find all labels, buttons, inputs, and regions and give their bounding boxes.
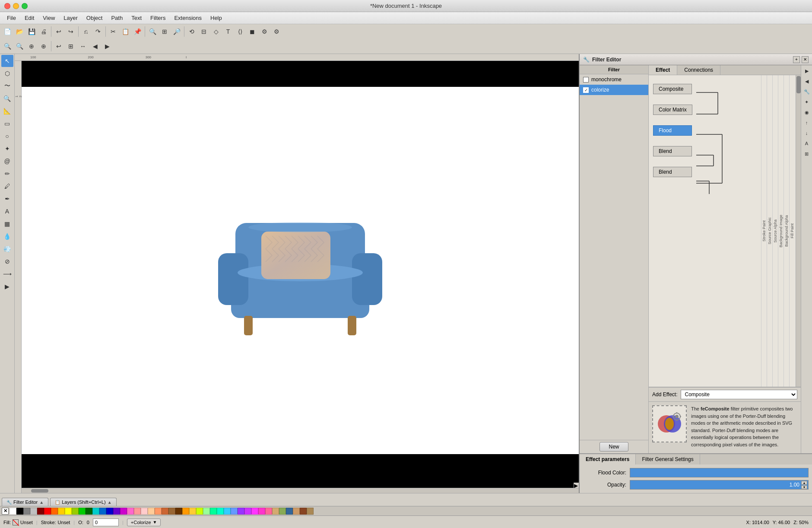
right-icon-1[interactable]: ▶: [802, 66, 812, 76]
export-btn[interactable]: ↪: [65, 26, 76, 37]
diagram-vscrollbar[interactable]: [796, 75, 801, 387]
connector-tool[interactable]: ⟶: [1, 268, 13, 280]
text-tool-btn[interactable]: T: [222, 26, 234, 37]
canvas-content[interactable]: ▶: [22, 61, 579, 493]
right-icon-letter-a[interactable]: A: [802, 139, 812, 148]
xml-btn[interactable]: ⟨⟩: [235, 26, 246, 37]
node-tool[interactable]: ⬡: [1, 67, 13, 80]
palette-darkblue[interactable]: [106, 508, 113, 515]
prefs-btn[interactable]: ⚙: [271, 26, 282, 37]
filter-checkbox-colorize[interactable]: ✓: [583, 87, 589, 93]
palette-orchid[interactable]: [244, 508, 251, 515]
print-btn[interactable]: 🖨: [38, 26, 49, 37]
filter-editor-expand-btn[interactable]: +: [793, 56, 800, 63]
opacity-spinner-down[interactable]: ▼: [801, 485, 807, 489]
param-color-bar-flood[interactable]: [630, 468, 809, 477]
minimize-button[interactable]: [13, 3, 19, 9]
opacity-spinner-up[interactable]: ▲: [801, 481, 807, 485]
palette-sienna[interactable]: [300, 508, 307, 515]
palette-pink[interactable]: [127, 508, 134, 515]
filter-checkbox-monochrome[interactable]: [583, 77, 589, 83]
eraser-tool[interactable]: ⊘: [1, 255, 13, 267]
zoom-width-btn[interactable]: ↔: [77, 41, 89, 52]
opacity-input-box[interactable]: 0: [93, 518, 119, 526]
zoom-tool[interactable]: 🔍: [1, 92, 13, 105]
tab-effect[interactable]: Effect: [649, 65, 677, 75]
palette-cyan[interactable]: [92, 508, 99, 515]
menu-view[interactable]: View: [39, 13, 58, 22]
palette-gold[interactable]: [58, 508, 65, 515]
cut-btn[interactable]: ✂: [108, 26, 119, 37]
palette-yellow-green[interactable]: [196, 508, 203, 515]
copy-btn[interactable]: 📋: [120, 26, 131, 37]
palette-green[interactable]: [79, 508, 86, 515]
palette-fuchsia[interactable]: [251, 508, 258, 515]
zoom-dbl-btn[interactable]: ⊕: [38, 41, 49, 52]
palette-brown-light[interactable]: [162, 508, 168, 515]
right-icon-2[interactable]: ◀: [802, 76, 812, 86]
fill-swatch[interactable]: [13, 519, 19, 525]
filter-item-colorize[interactable]: ✓ colorize: [580, 85, 648, 95]
star-tool[interactable]: ✦: [1, 143, 13, 155]
spiral-tool[interactable]: @: [1, 155, 13, 167]
palette-dark-brown[interactable]: [175, 508, 182, 515]
palette-brown[interactable]: [168, 508, 175, 515]
select-tool[interactable]: ↖: [1, 55, 13, 67]
canvas-corner-btn[interactable]: ▶: [574, 483, 579, 488]
palette-olive-green[interactable]: [279, 508, 286, 515]
palette-tan[interactable]: [272, 508, 279, 515]
filters-btn[interactable]: ⚙: [259, 26, 270, 37]
menu-filters[interactable]: Filters: [147, 13, 169, 22]
zoom-out-btn[interactable]: 🔎: [171, 26, 182, 37]
spray-tool[interactable]: 💨: [1, 243, 13, 255]
palette-violet[interactable]: [238, 508, 244, 515]
param-opacity-input[interactable]: 1.00 ▲ ▼: [630, 480, 809, 490]
palette-turquoise[interactable]: [217, 508, 224, 515]
palette-black[interactable]: [16, 508, 23, 515]
menu-help[interactable]: Help: [207, 13, 225, 22]
new-filter-button[interactable]: New: [599, 442, 628, 452]
palette-red[interactable]: [44, 508, 51, 515]
right-icon-arrow-up[interactable]: ↑: [802, 118, 812, 127]
zoom-page-btn[interactable]: ⊞: [65, 41, 76, 52]
effect-node-flood[interactable]: Flood: [653, 125, 692, 136]
zoom-half-btn[interactable]: ⊕: [26, 41, 37, 52]
save-btn[interactable]: 💾: [26, 26, 37, 37]
add-effect-select[interactable]: Composite Blend Flood Color Matrix Blur: [681, 390, 797, 399]
palette-purple[interactable]: [113, 508, 120, 515]
diagram-vscrollbar-thumb[interactable]: [796, 76, 801, 93]
circle-tool[interactable]: ○: [1, 130, 13, 142]
redo-btn[interactable]: ↷: [92, 26, 104, 37]
palette-blue[interactable]: [99, 508, 106, 515]
palette-yellow[interactable]: [65, 508, 72, 515]
menu-file[interactable]: File: [3, 13, 19, 22]
palette-lightpink[interactable]: [134, 508, 141, 515]
zoom-fit-btn[interactable]: ⊞: [159, 26, 170, 37]
right-icon-star[interactable]: ✦: [802, 97, 812, 107]
zoom-in-btn[interactable]: 🔍: [147, 26, 158, 37]
tab-effect-params[interactable]: Effect parameters: [580, 454, 636, 464]
tweak-tool[interactable]: 〜: [1, 80, 13, 92]
measure-tool[interactable]: 📐: [1, 105, 13, 117]
canvas-area[interactable]: 100 200 300 I 1 2 3 4: [15, 54, 579, 493]
maximize-button[interactable]: [22, 3, 28, 9]
menu-path[interactable]: Path: [108, 13, 126, 22]
menu-edit[interactable]: Edit: [21, 13, 38, 22]
close-button[interactable]: [4, 3, 10, 9]
palette-magenta[interactable]: [120, 508, 127, 515]
palette-lime[interactable]: [72, 508, 79, 515]
palette-maroon[interactable]: [37, 508, 44, 515]
align-btn[interactable]: ⊟: [198, 26, 209, 37]
scrollbar-thumb[interactable]: [31, 489, 48, 493]
palette-yellow-light[interactable]: [189, 508, 196, 515]
palette-rose[interactable]: [265, 508, 272, 515]
palette-sand[interactable]: [307, 508, 314, 515]
tab-filter-general[interactable]: Filter General Settings: [636, 454, 700, 464]
transform-btn[interactable]: ⟲: [186, 26, 197, 37]
palette-wheat[interactable]: [293, 508, 300, 515]
menu-text[interactable]: Text: [128, 13, 145, 22]
palette-amber[interactable]: [182, 508, 189, 515]
right-icon-arrow-down[interactable]: ↓: [802, 128, 812, 138]
menu-object[interactable]: Object: [83, 13, 106, 22]
palette-sky[interactable]: [224, 508, 231, 515]
